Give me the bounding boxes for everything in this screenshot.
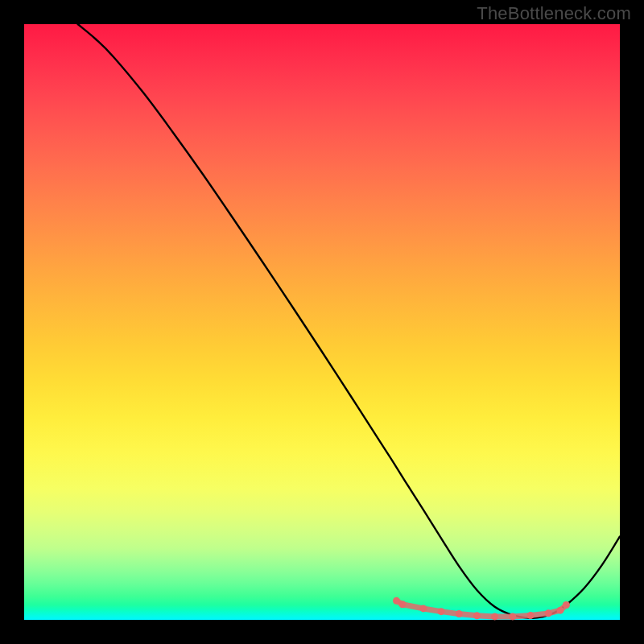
gradient-plot-area [24, 24, 620, 620]
floor-marker [563, 601, 570, 609]
curve-svg [24, 24, 620, 620]
chart-frame: TheBottleneck.com [0, 0, 644, 644]
watermark-text: TheBottleneck.com [477, 3, 631, 24]
bottleneck-curve [78, 24, 620, 618]
